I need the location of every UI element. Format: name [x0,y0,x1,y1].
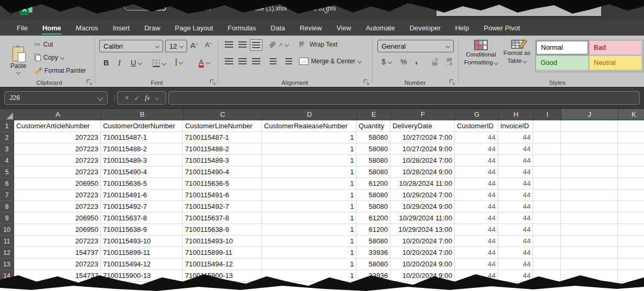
menu-tab-file[interactable]: File [9,20,35,36]
cell-D7[interactable]: 1 [262,189,356,201]
cell-J10[interactable] [561,224,618,236]
cell-G3[interactable]: 44 [455,143,498,155]
cell-I5[interactable] [533,166,561,178]
cell-F10[interactable]: 10/29/2024 13:00 [390,224,455,236]
middle-align-button[interactable] [236,39,249,50]
font-size-combo[interactable]: 12 [165,40,187,52]
cell-B1[interactable]: CustomerOrderNumber [101,120,183,132]
row-header-3[interactable]: 3 [0,143,14,155]
cell-K9[interactable] [618,212,644,224]
cell-C5[interactable]: 7100115490-4 [183,166,262,178]
column-header-D[interactable]: D [262,109,357,120]
cell-C9[interactable]: 7100115637-8 [183,212,262,224]
bold-button[interactable]: B [104,59,109,67]
cell-B3[interactable]: 7100115488-2 [101,143,183,155]
cell-E3[interactable]: 58080 [356,143,390,155]
increase-font-button[interactable]: Aˆ [190,41,198,50]
column-header-H[interactable]: H [499,109,534,120]
row-header-13[interactable]: 13 [0,259,14,270]
row-header-5[interactable]: 5 [0,166,14,178]
cell-F1[interactable]: DeliveryDate [390,120,455,132]
cell-G7[interactable]: 44 [455,189,498,201]
font-dialog-launcher[interactable]: ↘ [210,80,215,85]
select-all-corner[interactable] [0,109,15,120]
cell-G6[interactable]: 44 [455,178,498,189]
row-header-1[interactable]: 1 [0,120,14,132]
copy-button[interactable]: Copy [34,54,64,61]
cell-J8[interactable] [561,201,618,212]
cell-C12[interactable]: 7100115899-11 [183,247,262,259]
cell-I10[interactable] [533,224,561,236]
cell-J3[interactable] [561,143,618,155]
confirm-entry-icon[interactable]: ✓ [134,94,140,102]
menu-tab-review[interactable]: Review [292,20,329,36]
cell-F3[interactable]: 10/27/2024 9:00 [390,143,455,155]
cell-D12[interactable]: 1 [262,247,356,259]
column-header-J[interactable]: J [561,109,618,120]
cell-I3[interactable] [533,143,561,155]
align-center-button[interactable] [236,55,249,67]
cell-I11[interactable] [533,236,561,247]
cell-F11[interactable]: 10/20/2024 7:00 [390,236,455,247]
cell-C4[interactable]: 7100115489-3 [183,155,262,166]
format-as-table-button[interactable]: Format as Table [501,40,533,64]
decrease-decimal-button[interactable]: .00→0 [445,58,452,66]
menu-tab-view[interactable]: View [329,20,359,36]
cell-E7[interactable]: 58080 [356,189,390,201]
cancel-entry-icon[interactable]: × [125,94,129,102]
cell-E6[interactable]: 61200 [356,178,390,189]
cell-C1[interactable]: CustomerLineNumber [183,120,262,132]
cell-I1[interactable] [533,120,561,132]
menu-tab-draw[interactable]: Draw [137,20,167,36]
cell-A4[interactable]: 207223 [14,155,101,166]
cell-E2[interactable]: 58080 [356,132,390,143]
menu-tab-automate[interactable]: Automate [359,20,402,36]
cell-B13[interactable]: 7100115494-12 [101,259,183,270]
cell-B2[interactable]: 7100115487-1 [101,132,183,143]
cell-A5[interactable]: 207223 [14,166,101,178]
cell-H9[interactable]: 44 [498,212,533,224]
cell-D2[interactable]: 1 [262,132,356,143]
cell-K2[interactable] [618,132,644,143]
cell-K1[interactable] [618,120,644,132]
cell-D9[interactable]: 1 [262,212,356,224]
cell-B8[interactable]: 7100115492-7 [101,201,183,212]
row-header-4[interactable]: 4 [0,155,14,166]
cell-J6[interactable] [561,178,618,189]
cell-J2[interactable] [561,132,618,143]
cell-F6[interactable]: 10/28/2024 11:00 [390,178,455,189]
name-box[interactable]: J26 [4,91,108,105]
cell-C13[interactable]: 7100115494-12 [183,259,262,270]
cell-F9[interactable]: 10/29/2024 11:00 [390,212,455,224]
column-header-A[interactable]: A [15,109,101,120]
cell-D11[interactable]: 1 [262,236,356,247]
cell-style-bad[interactable]: Bad [590,41,641,54]
cell-G9[interactable]: 44 [455,212,498,224]
format-painter-button[interactable]: Format Painter [34,67,86,74]
menu-tab-insert[interactable]: Insert [106,20,137,36]
cell-C3[interactable]: 7100115488-2 [183,143,262,155]
cell-K6[interactable] [618,178,644,189]
cell-F5[interactable]: 10/28/2024 9:00 [390,166,455,178]
cell-J9[interactable] [561,212,618,224]
bottom-align-button[interactable] [250,39,262,51]
cell-G2[interactable]: 44 [455,132,498,143]
cell-A11[interactable]: 207223 [14,236,101,247]
decrease-indent-button[interactable] [268,55,279,67]
menu-tab-home[interactable]: Home [35,20,68,36]
cell-A9[interactable]: 206950 [14,212,101,224]
cell-G1[interactable]: CustomerID [455,120,498,132]
cell-F13[interactable]: 10/20/2024 9:00 [390,259,455,270]
cell-J7[interactable] [561,189,618,201]
menu-tab-page-layout[interactable]: Page Layout [168,20,221,36]
italic-button[interactable]: I [118,59,121,68]
cell-E5[interactable]: 58080 [356,166,390,178]
cell-H4[interactable]: 44 [498,155,533,166]
cell-F12[interactable]: 10/20/2024 7:00 [390,247,455,259]
row-header-2[interactable]: 2 [0,132,14,143]
cell-E9[interactable]: 61200 [356,212,390,224]
cell-C10[interactable]: 7100115638-9 [183,224,262,236]
cell-D4[interactable]: 1 [262,155,356,166]
menu-tab-power-pivot[interactable]: Power Pivot [476,20,527,36]
cell-B12[interactable]: 7100115899-11 [101,247,183,259]
